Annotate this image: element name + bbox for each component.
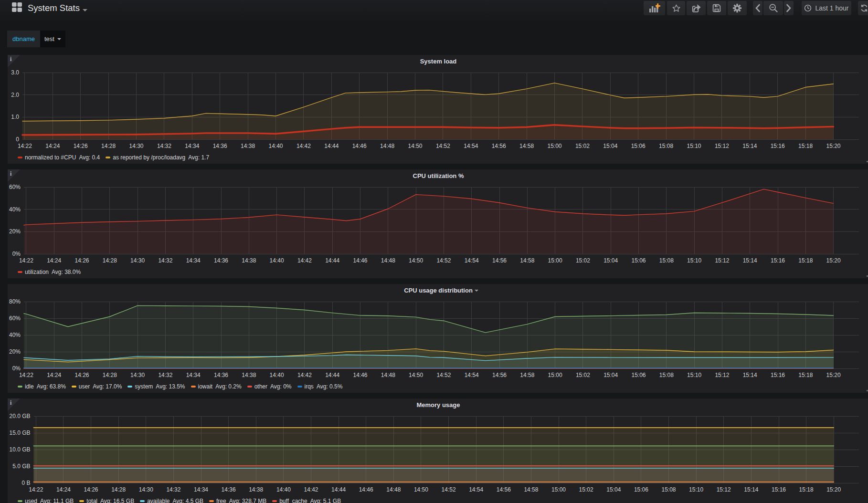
svg-text:40%: 40%: [9, 332, 21, 338]
svg-text:10.0 GB: 10.0 GB: [9, 446, 30, 453]
svg-text:15:06: 15:06: [631, 372, 646, 378]
svg-text:14:30: 14:30: [139, 486, 153, 493]
svg-text:15:00: 15:00: [548, 257, 562, 264]
svg-text:60%: 60%: [9, 184, 21, 190]
svg-text:14:34: 14:34: [185, 143, 199, 149]
svg-text:14:40: 14:40: [270, 257, 284, 264]
svg-text:14:26: 14:26: [84, 486, 98, 493]
svg-text:14:50: 14:50: [409, 372, 423, 378]
svg-text:2.0: 2.0: [11, 92, 19, 98]
svg-text:14:44: 14:44: [325, 372, 339, 378]
svg-text:15:04: 15:04: [603, 372, 618, 378]
svg-text:15:16: 15:16: [771, 372, 785, 378]
svg-text:15:14: 15:14: [742, 143, 757, 149]
svg-text:15:20: 15:20: [826, 486, 841, 493]
svg-text:15:20: 15:20: [826, 257, 841, 264]
svg-text:15:16: 15:16: [772, 486, 786, 493]
svg-text:14:54: 14:54: [464, 143, 478, 149]
svg-text:0%: 0%: [12, 251, 21, 257]
svg-text:14:46: 14:46: [353, 257, 367, 264]
svg-text:14:38: 14:38: [242, 372, 256, 378]
svg-text:15:04: 15:04: [606, 486, 621, 493]
svg-text:14:26: 14:26: [74, 372, 89, 378]
svg-text:20.0 GB: 20.0 GB: [9, 413, 30, 419]
svg-text:14:58: 14:58: [524, 486, 538, 493]
svg-text:3.0: 3.0: [11, 69, 19, 76]
svg-text:14:52: 14:52: [436, 143, 450, 149]
svg-text:14:38: 14:38: [242, 257, 256, 264]
svg-text:14:36: 14:36: [213, 143, 227, 149]
svg-text:15:08: 15:08: [659, 372, 674, 378]
svg-text:15:06: 15:06: [631, 257, 646, 264]
svg-text:15:04: 15:04: [603, 257, 618, 264]
svg-text:14:26: 14:26: [74, 143, 88, 149]
svg-text:15:00: 15:00: [548, 372, 562, 378]
svg-text:14:48: 14:48: [386, 486, 401, 493]
svg-text:15:08: 15:08: [659, 257, 674, 264]
svg-text:20%: 20%: [9, 228, 21, 235]
svg-text:15:16: 15:16: [771, 143, 785, 149]
svg-text:15:10: 15:10: [687, 143, 701, 149]
svg-text:0: 0: [16, 136, 19, 143]
svg-text:14:56: 14:56: [492, 143, 506, 149]
svg-text:14:24: 14:24: [47, 257, 61, 264]
svg-text:15:04: 15:04: [603, 143, 617, 149]
svg-text:14:38: 14:38: [241, 143, 255, 149]
svg-text:14:50: 14:50: [414, 486, 428, 493]
svg-text:14:50: 14:50: [408, 143, 422, 149]
svg-text:14:56: 14:56: [497, 486, 511, 493]
svg-text:14:38: 14:38: [249, 486, 263, 493]
svg-text:14:52: 14:52: [442, 486, 456, 493]
svg-text:14:36: 14:36: [214, 257, 228, 264]
svg-text:14:58: 14:58: [519, 143, 534, 149]
svg-text:15:18: 15:18: [798, 143, 813, 149]
svg-text:15:12: 15:12: [717, 486, 731, 493]
svg-text:14:56: 14:56: [492, 257, 507, 264]
svg-text:15:14: 15:14: [743, 372, 757, 378]
svg-text:14:24: 14:24: [45, 143, 60, 149]
svg-text:14:22: 14:22: [18, 143, 32, 149]
svg-text:14:34: 14:34: [186, 372, 201, 378]
svg-text:14:34: 14:34: [194, 486, 208, 493]
svg-text:14:48: 14:48: [381, 372, 395, 378]
svg-text:15:10: 15:10: [687, 372, 701, 378]
svg-text:15:08: 15:08: [661, 486, 676, 493]
svg-text:5.0 GB: 5.0 GB: [12, 463, 30, 470]
svg-text:14:54: 14:54: [469, 486, 483, 493]
svg-text:15:18: 15:18: [798, 257, 813, 264]
svg-text:14:36: 14:36: [222, 486, 236, 493]
svg-text:14:42: 14:42: [304, 486, 318, 493]
svg-text:14:44: 14:44: [324, 143, 339, 149]
svg-text:15:00: 15:00: [551, 486, 566, 493]
svg-text:40%: 40%: [9, 206, 21, 213]
svg-text:14:28: 14:28: [101, 143, 116, 149]
svg-text:14:44: 14:44: [331, 486, 346, 493]
svg-text:15:08: 15:08: [659, 143, 673, 149]
svg-text:14:32: 14:32: [166, 486, 180, 493]
svg-text:14:32: 14:32: [157, 143, 171, 149]
svg-text:14:30: 14:30: [129, 143, 143, 149]
svg-text:14:22: 14:22: [29, 486, 43, 493]
svg-text:15:14: 15:14: [743, 257, 757, 264]
svg-text:15:02: 15:02: [576, 372, 590, 378]
svg-text:14:22: 14:22: [19, 372, 33, 378]
svg-text:14:40: 14:40: [276, 486, 291, 493]
svg-text:14:48: 14:48: [380, 143, 394, 149]
svg-text:14:52: 14:52: [436, 372, 451, 378]
svg-text:15:10: 15:10: [687, 257, 701, 264]
svg-text:0%: 0%: [12, 365, 21, 372]
svg-text:15:00: 15:00: [547, 143, 561, 149]
svg-text:15:18: 15:18: [798, 372, 813, 378]
svg-text:15:02: 15:02: [575, 143, 590, 149]
svg-text:14:24: 14:24: [56, 486, 71, 493]
svg-text:15:12: 15:12: [715, 143, 729, 149]
svg-text:14:58: 14:58: [520, 257, 534, 264]
svg-text:14:48: 14:48: [381, 257, 395, 264]
svg-text:14:30: 14:30: [130, 257, 145, 264]
svg-text:15:06: 15:06: [634, 486, 648, 493]
svg-text:15:20: 15:20: [826, 372, 841, 378]
svg-text:1.0: 1.0: [11, 114, 19, 120]
svg-text:15:20: 15:20: [826, 143, 840, 149]
svg-text:0 B: 0 B: [21, 480, 30, 486]
svg-text:14:58: 14:58: [520, 372, 534, 378]
